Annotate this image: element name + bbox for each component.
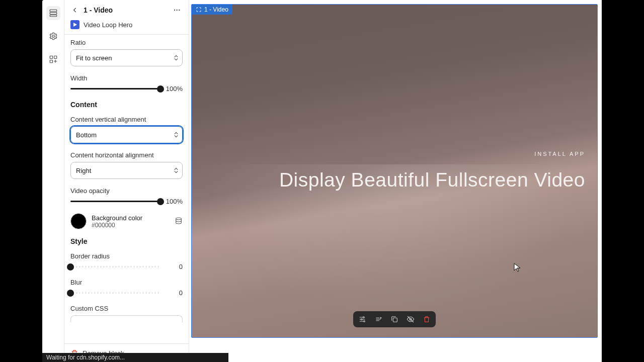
- gear-icon: [49, 32, 58, 41]
- context-toolbar: [353, 311, 436, 327]
- fullscreen-icon: [196, 7, 202, 13]
- opacity-slider[interactable]: [70, 198, 160, 205]
- opacity-label: Video opacity: [70, 187, 183, 195]
- sections-icon: [49, 9, 58, 18]
- svg-point-3: [52, 35, 54, 38]
- bgcolor-library-button[interactable]: [175, 217, 183, 226]
- copy-icon: [390, 315, 398, 323]
- svg-rect-2: [50, 15, 57, 17]
- stack-icon: [175, 217, 183, 225]
- svg-point-7: [176, 218, 182, 220]
- block-type-icon: [70, 20, 79, 29]
- selection-badge: 1 - Video: [192, 5, 232, 15]
- width-slider[interactable]: [70, 85, 160, 93]
- ratio-value: Fit to screen: [76, 54, 112, 62]
- ctx-delete-button[interactable]: [422, 314, 432, 324]
- ctx-move-button[interactable]: [373, 314, 383, 324]
- halign-value: Right: [76, 167, 91, 174]
- bgcolor-value: #000000: [92, 222, 170, 229]
- panel-title: 1 - Video: [84, 6, 168, 14]
- width-label: Width: [70, 74, 183, 82]
- letterbox-right: [602, 0, 644, 362]
- blur-value: 0: [165, 289, 183, 297]
- ctx-duplicate-button[interactable]: [389, 314, 399, 324]
- hero-eyebrow: INSTALL APP: [279, 151, 585, 157]
- svg-point-10: [364, 321, 365, 322]
- radius-slider[interactable]: [70, 263, 160, 270]
- bgcolor-swatch[interactable]: [70, 213, 87, 229]
- css-label: Custom CSS: [70, 305, 183, 312]
- chevrons-icon: [174, 168, 178, 173]
- svg-point-8: [363, 317, 364, 318]
- radius-label: Border radius: [70, 252, 183, 260]
- video-section-preview[interactable]: 1 - Video INSTALL APP Display Beautiful …: [191, 4, 598, 338]
- ctx-settings-button[interactable]: [357, 314, 367, 324]
- apps-tab[interactable]: [46, 52, 60, 66]
- svg-point-9: [361, 319, 362, 320]
- ratio-label: Ratio: [70, 39, 183, 46]
- settings-tab[interactable]: [46, 29, 60, 43]
- chevron-left-icon: [71, 7, 78, 14]
- radius-value: 0: [165, 263, 183, 270]
- chevrons-icon: [174, 55, 178, 61]
- nav-rail: [42, 0, 64, 362]
- sliders-icon: [358, 315, 366, 323]
- play-icon: [72, 22, 77, 27]
- width-value: 100%: [165, 85, 183, 93]
- status-bar: Waiting for cdn.shopify.com...: [42, 353, 228, 362]
- opacity-value: 100%: [165, 198, 183, 205]
- svg-rect-0: [50, 10, 57, 12]
- preview-canvas: 1 - Video INSTALL APP Display Beautiful …: [189, 0, 602, 362]
- ctx-hide-button[interactable]: [406, 314, 416, 324]
- content-section-heading: Content: [70, 101, 183, 109]
- trash-icon: [423, 315, 431, 323]
- arrows-icon: [374, 315, 382, 323]
- block-type-label: Video Loop Hero: [84, 21, 132, 29]
- blur-label: Blur: [70, 279, 183, 286]
- bgcolor-label: Background color: [92, 214, 170, 222]
- custom-css-input[interactable]: [70, 315, 183, 322]
- svg-rect-4: [50, 56, 52, 58]
- valign-label: Content vertical alignment: [70, 116, 183, 123]
- sections-tab[interactable]: [46, 6, 60, 20]
- hero-heading: Display Beautiful Fullscreen Video: [279, 169, 585, 191]
- halign-label: Content horizontal alignment: [70, 151, 183, 159]
- letterbox-left: [0, 0, 42, 362]
- svg-rect-6: [50, 60, 52, 63]
- eye-off-icon: [407, 315, 415, 323]
- blur-slider[interactable]: [70, 290, 160, 297]
- valign-select[interactable]: Bottom: [70, 126, 183, 143]
- valign-value: Bottom: [76, 131, 97, 139]
- apps-icon: [49, 55, 58, 64]
- svg-rect-1: [50, 13, 57, 15]
- svg-rect-5: [54, 56, 56, 58]
- inspector-panel: 1 - Video ··· Video Loop Hero Ratio Fit …: [64, 0, 189, 362]
- style-section-heading: Style: [70, 237, 183, 245]
- back-button[interactable]: [70, 6, 79, 15]
- badge-label: 1 - Video: [204, 6, 228, 13]
- chevrons-icon: [174, 132, 178, 138]
- halign-select[interactable]: Right: [70, 162, 183, 179]
- more-button[interactable]: ···: [172, 5, 183, 15]
- cursor-icon: [514, 263, 521, 274]
- svg-rect-11: [393, 318, 397, 322]
- ratio-select[interactable]: Fit to screen: [70, 49, 183, 66]
